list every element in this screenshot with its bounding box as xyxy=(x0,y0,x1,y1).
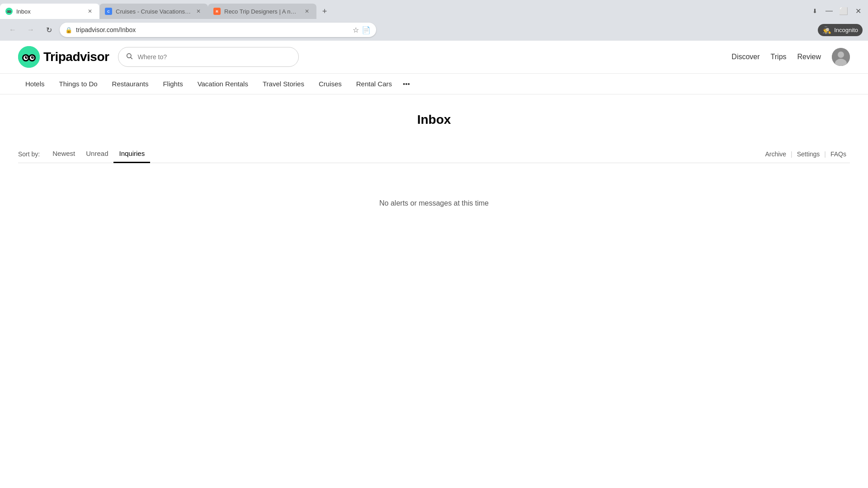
inbox-title: Inbox xyxy=(18,113,850,127)
url-bar[interactable]: 🔒 tripadvisor.com/Inbox ☆ 📄 xyxy=(60,23,376,37)
maximize-button[interactable]: ⬜ xyxy=(837,5,850,17)
reading-mode-icon[interactable]: 📄 xyxy=(362,26,371,34)
tab-close-cruises[interactable]: ✕ xyxy=(194,7,203,15)
empty-state-message: No alerts or messages at this time xyxy=(18,181,850,225)
faqs-link[interactable]: FAQs xyxy=(827,146,850,162)
close-window-button[interactable]: ✕ xyxy=(852,5,864,17)
tab-list-button[interactable]: ⬇ xyxy=(808,5,821,17)
user-avatar[interactable] xyxy=(832,48,850,66)
address-bar: ← → ↻ 🔒 tripadvisor.com/Inbox ☆ 📄 🕵 Inco… xyxy=(0,19,868,41)
svg-text:R: R xyxy=(216,9,218,14)
browser-tab-reco[interactable]: R Reco Trip Designers | A new kind... ✕ xyxy=(208,4,316,19)
tab-close-reco[interactable]: ✕ xyxy=(303,7,311,15)
subnav-more-button[interactable]: ••• xyxy=(399,74,414,94)
discover-nav-link[interactable]: Discover xyxy=(731,53,760,61)
new-tab-button[interactable]: + xyxy=(318,5,331,18)
svg-point-20 xyxy=(127,54,131,58)
filter-tab-inquiries[interactable]: Inquiries xyxy=(113,145,150,163)
browser-toolbar-right: 🕵 Incognito xyxy=(818,24,863,36)
svg-point-18 xyxy=(26,56,27,57)
subnav-travel-stories[interactable]: Travel Stories xyxy=(255,74,311,94)
filter-bar: Sort by: Newest Unread Inquiries Archive… xyxy=(18,145,850,163)
settings-link[interactable]: Settings xyxy=(793,146,824,162)
svg-text:C: C xyxy=(107,9,110,14)
tab-favicon-ta xyxy=(5,8,13,15)
subnav-vacation-rentals[interactable]: Vacation Rentals xyxy=(190,74,255,94)
tab-bar: Inbox ✕ C Cruises - Cruise Vacations: 20… xyxy=(0,0,868,19)
bookmark-star-icon[interactable]: ☆ xyxy=(353,26,359,34)
filter-tab-unread[interactable]: Unread xyxy=(80,145,113,163)
website-content: Tripadvisor Discover Trips Review xyxy=(0,41,868,488)
tab-close-inbox[interactable]: ✕ xyxy=(86,7,94,15)
tab-favicon-cruise: C xyxy=(105,8,112,15)
reload-button[interactable]: ↻ xyxy=(42,23,56,37)
subnav-hotels[interactable]: Hotels xyxy=(18,74,52,94)
logo-icon xyxy=(18,46,40,68)
browser-tab-inbox[interactable]: Inbox ✕ xyxy=(0,4,99,19)
search-bar[interactable] xyxy=(118,47,299,67)
sort-by-label: Sort by: xyxy=(18,150,40,158)
subnav-rental-cars[interactable]: Rental Cars xyxy=(349,74,399,94)
svg-point-16 xyxy=(25,56,28,59)
site-header: Tripadvisor Discover Trips Review xyxy=(0,41,868,74)
svg-line-21 xyxy=(131,57,132,59)
browser-chrome: Inbox ✕ C Cruises - Cruise Vacations: 20… xyxy=(0,0,868,488)
subnav-flights[interactable]: Flights xyxy=(156,74,190,94)
trips-nav-link[interactable]: Trips xyxy=(771,53,787,61)
minimize-button[interactable]: — xyxy=(823,5,835,17)
sub-navigation: Hotels Things to Do Restaurants Flights … xyxy=(0,74,868,94)
filter-tab-newest[interactable]: Newest xyxy=(47,145,80,163)
incognito-button[interactable]: 🕵 Incognito xyxy=(818,24,863,36)
security-lock-icon: 🔒 xyxy=(65,27,72,33)
header-nav: Discover Trips Review xyxy=(731,48,850,66)
filter-bar-right: Archive | Settings | FAQs xyxy=(761,146,850,162)
forward-button[interactable]: → xyxy=(24,23,38,37)
incognito-label: Incognito xyxy=(834,27,858,33)
logo-text: Tripadvisor xyxy=(43,50,109,64)
browser-window-controls: ⬇ — ⬜ ✕ xyxy=(808,5,868,19)
browser-tab-cruises[interactable]: C Cruises - Cruise Vacations: 2023 ✕ xyxy=(99,4,208,19)
search-input[interactable] xyxy=(137,53,291,61)
svg-point-19 xyxy=(33,56,33,57)
tab-title-cruises: Cruises - Cruise Vacations: 2023 xyxy=(116,8,191,15)
back-button[interactable]: ← xyxy=(5,23,20,37)
url-bar-actions: ☆ 📄 xyxy=(353,26,371,34)
tab-favicon-reco: R xyxy=(213,8,221,15)
archive-link[interactable]: Archive xyxy=(761,146,790,162)
review-nav-link[interactable]: Review xyxy=(797,53,821,61)
svg-point-6 xyxy=(10,11,10,12)
site-logo[interactable]: Tripadvisor xyxy=(18,46,109,68)
tab-title-inbox: Inbox xyxy=(16,8,82,15)
search-icon xyxy=(126,52,133,61)
incognito-icon: 🕵 xyxy=(822,26,831,34)
svg-point-17 xyxy=(31,56,34,59)
subnav-cruises[interactable]: Cruises xyxy=(311,74,349,94)
svg-point-23 xyxy=(838,52,844,58)
svg-point-5 xyxy=(8,11,9,12)
subnav-restaurants[interactable]: Restaurants xyxy=(105,74,156,94)
tab-title-reco: Reco Trip Designers | A new kind... xyxy=(224,8,299,15)
main-content: Inbox Sort by: Newest Unread Inquiries A… xyxy=(0,94,868,225)
url-text: tripadvisor.com/Inbox xyxy=(76,26,349,33)
subnav-things-to-do[interactable]: Things to Do xyxy=(52,74,105,94)
